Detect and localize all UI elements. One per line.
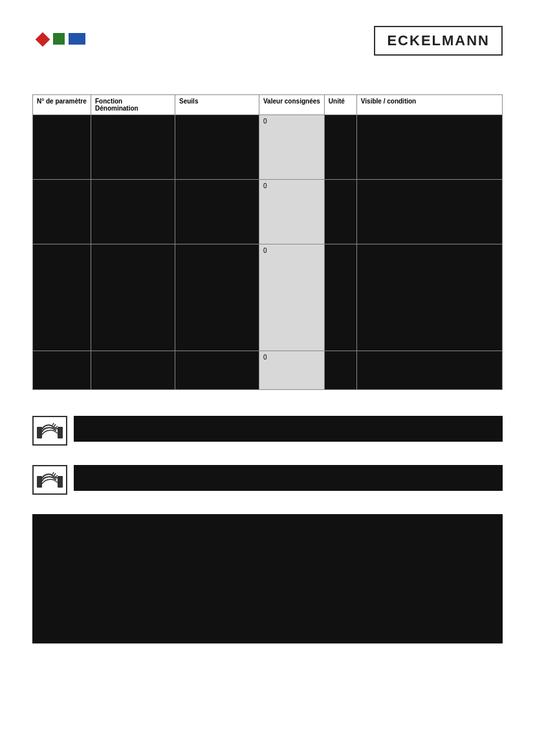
footer-dark-block-bottom — [32, 514, 503, 643]
cell-valeur-1: 0 — [259, 115, 325, 180]
footer-dark-text-1 — [74, 416, 503, 442]
cell-num-3 — [33, 244, 91, 351]
cell-unite-1 — [324, 115, 356, 180]
svg-rect-2 — [69, 33, 85, 45]
table-row: 0 — [33, 115, 503, 180]
cell-num-4 — [33, 351, 91, 390]
cell-unite-4 — [324, 351, 356, 390]
cell-unite-3 — [324, 244, 356, 351]
cell-valeur-4: 0 — [259, 351, 325, 390]
header: ECKELMANN — [32, 26, 503, 56]
handshake-icon-2 — [32, 465, 67, 495]
cell-fonction-2 — [91, 180, 175, 244]
cell-fonction-3 — [91, 244, 175, 351]
table-row: 0 — [33, 351, 503, 390]
svg-rect-1 — [53, 33, 65, 45]
col-header-visible: Visible / condition — [356, 95, 502, 115]
footer-block-1 — [32, 416, 503, 446]
svg-rect-4 — [58, 427, 63, 438]
col-header-unite: Unité — [324, 95, 356, 115]
footer-section-1 — [32, 416, 503, 643]
cell-visible-2 — [356, 180, 502, 244]
logo-right: ECKELMANN — [374, 26, 503, 56]
table-row: 0 — [33, 244, 503, 351]
col-header-seuils: Seuils — [175, 95, 259, 115]
cell-unite-2 — [324, 180, 356, 244]
cell-visible-3 — [356, 244, 502, 351]
cell-valeur-3: 0 — [259, 244, 325, 351]
footer-block-2 — [32, 465, 503, 495]
col-header-valeur: Valeur consignées — [259, 95, 325, 115]
cell-visible-4 — [356, 351, 502, 390]
cell-num-2 — [33, 180, 91, 244]
svg-rect-3 — [37, 427, 42, 438]
cell-seuils-1 — [175, 115, 259, 180]
logo-left — [32, 29, 91, 49]
svg-rect-0 — [36, 32, 50, 47]
table-container: N° de paramètre Fonction Dénomination Se… — [32, 94, 503, 390]
footer-dark-text-2 — [74, 465, 503, 491]
cell-seuils-2 — [175, 180, 259, 244]
cell-seuils-3 — [175, 244, 259, 351]
page: ECKELMANN N° de paramètre Fonction Dénom… — [0, 0, 535, 756]
col-header-fonction: Fonction Dénomination — [91, 95, 175, 115]
table-row: 0 — [33, 180, 503, 244]
col-header-num: N° de paramètre — [33, 95, 91, 115]
cell-num-1 — [33, 115, 91, 180]
cell-visible-1 — [356, 115, 502, 180]
svg-rect-6 — [58, 476, 63, 488]
cell-valeur-2: 0 — [259, 180, 325, 244]
svg-rect-5 — [37, 476, 42, 488]
cell-fonction-4 — [91, 351, 175, 390]
handshake-icon-1 — [32, 416, 67, 446]
parameters-table: N° de paramètre Fonction Dénomination Se… — [32, 94, 503, 390]
cell-seuils-4 — [175, 351, 259, 390]
cell-fonction-1 — [91, 115, 175, 180]
